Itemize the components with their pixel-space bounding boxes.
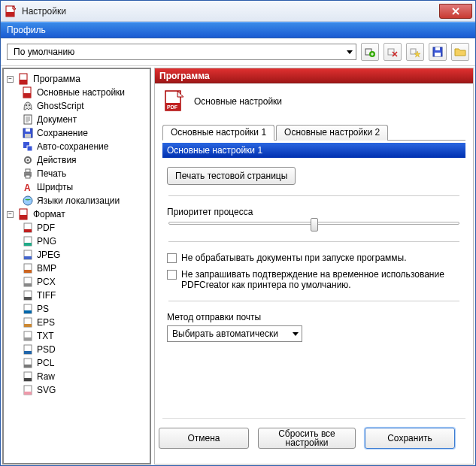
tab-general-2[interactable]: Основные настройки 2 (276, 125, 388, 141)
tree-item[interactable]: Авто-сохранение (5, 140, 148, 153)
filetype-icon (22, 316, 34, 328)
tree-item[interactable]: Печать (5, 167, 148, 180)
svg-text:A: A (24, 183, 31, 193)
tree-item[interactable]: Сохранение (5, 126, 148, 140)
tree-item[interactable]: GhostScript (5, 99, 148, 113)
close-icon (452, 8, 459, 15)
tree-label: Языки локализации (37, 195, 120, 206)
svg-rect-18 (25, 134, 31, 138)
settings-tree[interactable]: − Программа Основные настройки GhostScri… (2, 68, 151, 464)
tree-item[interactable]: AШрифты (5, 180, 148, 194)
tree-item[interactable]: PNG (5, 235, 148, 248)
slider-thumb[interactable] (311, 218, 318, 231)
folder-icon (454, 46, 466, 58)
tree-item[interactable]: Документ (5, 113, 148, 126)
svg-rect-45 (24, 324, 32, 327)
tree-label: GhostScript (37, 101, 84, 111)
printer-icon (22, 168, 34, 180)
profile-add-button[interactable] (361, 43, 379, 61)
checkbox-label: Не обрабатывать документы при запуске пр… (181, 253, 407, 263)
tree-item[interactable]: JPEG (5, 248, 148, 262)
tree-item[interactable]: Действия (5, 153, 148, 167)
tree-label: Сохранение (37, 128, 88, 138)
disk-icon (432, 46, 444, 58)
tree-label: PNG (37, 236, 56, 247)
svg-rect-47 (24, 337, 32, 340)
profile-label: Профиль (7, 25, 46, 35)
checkbox-no-confirm-default-printer[interactable] (167, 270, 177, 280)
checkbox-no-process-on-start[interactable] (167, 253, 177, 263)
svg-point-22 (27, 159, 29, 162)
tree-label: Основные настройки (37, 87, 125, 98)
profile-select[interactable]: По умолчанию (7, 44, 356, 60)
tree-label: SVG (37, 385, 56, 395)
reset-button[interactable]: Сбросить все настройки (258, 428, 356, 449)
open-toolbar-button[interactable] (451, 43, 469, 61)
save-button[interactable]: Сохранить (365, 428, 455, 449)
svg-rect-20 (27, 146, 32, 151)
svg-rect-43 (24, 310, 32, 313)
filetype-icon (22, 276, 34, 288)
tree-item[interactable]: PSD (5, 343, 148, 356)
tree-item[interactable]: PCL (5, 356, 148, 370)
settings-tabs: Основные настройки 1 Основные настройки … (162, 124, 465, 141)
priority-label: Приоритет процесса (167, 207, 461, 217)
tree-label: PCL (37, 358, 54, 368)
svg-point-13 (26, 104, 27, 106)
tree-label: PSD (37, 344, 56, 355)
filetype-icon (22, 330, 34, 342)
tree-label: PS (37, 304, 49, 314)
document-icon (22, 113, 34, 126)
tree-section-program[interactable]: − Программа (5, 72, 148, 86)
tree-item[interactable]: PS (5, 302, 148, 316)
toolbar: По умолчанию (1, 38, 475, 66)
svg-rect-29 (20, 215, 27, 219)
tree-label: Программа (33, 74, 80, 84)
svg-rect-1 (6, 12, 14, 17)
cancel-button[interactable]: Отмена (159, 428, 249, 449)
tree-item[interactable]: PCX (5, 275, 148, 289)
tree-section-format[interactable]: − Формат (5, 207, 148, 221)
svg-rect-15 (24, 115, 32, 124)
filetype-icon (22, 262, 34, 274)
font-icon: A (22, 181, 34, 193)
tree-item[interactable]: Основные настройки (5, 86, 148, 99)
profile-selected: По умолчанию (14, 47, 74, 57)
ghost-icon (22, 100, 34, 112)
profile-star-button[interactable] (406, 43, 424, 61)
tree-item[interactable]: TIFF (5, 289, 148, 302)
tree-item[interactable]: BMP (5, 262, 148, 275)
disk-icon (22, 127, 34, 139)
svg-rect-39 (24, 283, 32, 286)
title-bar: Настройки (1, 1, 475, 22)
svg-rect-12 (23, 93, 31, 98)
svg-rect-7 (435, 47, 440, 50)
chevron-down-icon (293, 332, 299, 336)
priority-slider[interactable] (168, 222, 459, 225)
checkbox-label: Не запрашивать подтверждение на временно… (181, 269, 461, 290)
collapse-icon[interactable]: − (7, 211, 14, 218)
save-toolbar-button[interactable] (429, 43, 447, 61)
mail-method-select[interactable]: Выбирать автоматически (167, 325, 302, 342)
svg-rect-17 (26, 129, 30, 132)
tree-item[interactable]: EPS (5, 316, 148, 329)
close-button[interactable] (439, 4, 472, 19)
tree-item[interactable]: SVG (5, 383, 148, 397)
divider (168, 195, 459, 196)
collapse-icon[interactable]: − (7, 76, 14, 83)
filetype-icon (22, 343, 34, 356)
tree-item[interactable]: PDF (5, 221, 148, 235)
profile-delete-button[interactable] (384, 43, 402, 61)
pdf-large-icon: PDF (162, 89, 186, 113)
tree-item[interactable]: TXT (5, 329, 148, 343)
svg-rect-10 (20, 80, 27, 84)
tab-general-1[interactable]: Основные настройки 1 (162, 125, 274, 141)
svg-rect-31 (24, 229, 32, 232)
tree-item[interactable]: Языки локализации (5, 194, 148, 207)
test-print-button[interactable]: Печать тестовой страницы (167, 167, 296, 185)
tree-label: JPEG (37, 250, 60, 260)
svg-rect-37 (24, 270, 32, 273)
tree-item[interactable]: Raw (5, 370, 148, 383)
filetype-icon (22, 235, 34, 247)
svg-rect-53 (24, 378, 32, 381)
